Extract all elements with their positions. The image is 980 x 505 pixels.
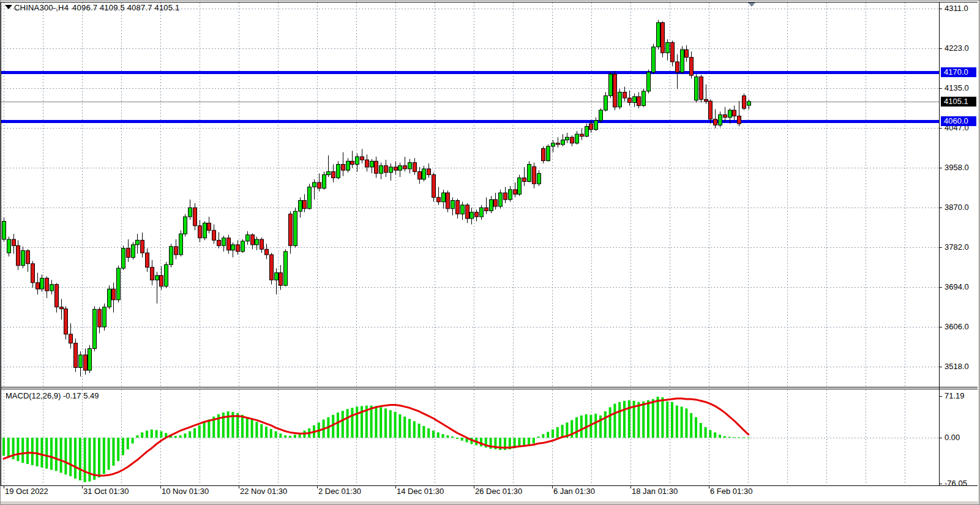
macd-histogram-bar (45, 438, 48, 469)
ohlc-close: 4105.1 (154, 3, 179, 12)
price-tag-support[interactable]: 4060.0 (941, 116, 976, 126)
candle-bull (657, 23, 660, 47)
candle-bull (666, 42, 670, 53)
candle-bull (652, 47, 656, 72)
macd-histogram-bar (198, 425, 201, 438)
macd-histogram-bar (260, 424, 263, 438)
macd-histogram-bar (31, 438, 34, 465)
candle-bear (542, 149, 545, 161)
candle-bear (413, 163, 417, 172)
candle-bull (618, 92, 622, 107)
candle-bear (580, 134, 584, 137)
time-axis-label: 6 Jan 01:30 (553, 487, 595, 496)
macd-histogram-bar (36, 438, 39, 466)
time-axis-label: 6 Feb 01:30 (710, 487, 752, 496)
macd-histogram-bar (580, 416, 583, 438)
candle-bear (55, 285, 59, 307)
candle-bull (337, 165, 340, 178)
candle-bull (528, 165, 531, 182)
candle-bear (714, 119, 717, 125)
macd-histogram-bar (122, 438, 124, 455)
macd-histogram-bar (533, 438, 535, 444)
time-axis-label: 19 Oct 2022 (5, 487, 48, 496)
price-tag-resistance[interactable]: 4170.0 (941, 67, 976, 77)
chart-canvas[interactable] (1, 1, 980, 505)
candle-bull (380, 166, 383, 174)
macd-histogram-bar (289, 436, 291, 438)
macd-histogram-bar (461, 438, 463, 441)
bottom-window-strip (1, 501, 980, 505)
macd-histogram-bar (676, 406, 678, 438)
candle-bull (179, 234, 183, 255)
macd-histogram-bar (117, 438, 119, 461)
candle-bear (74, 343, 78, 368)
candle-bear (160, 275, 163, 286)
candle-bear (570, 137, 574, 143)
symbol-header: CHINA300-,H44096.7 4109.5 4087.7 4105.1 (14, 3, 179, 12)
macd-histogram-bar (523, 438, 525, 446)
candle-bear (466, 205, 469, 219)
time-axis-label: 14 Dec 01:30 (397, 487, 444, 496)
candle-bear (342, 165, 345, 171)
macd-histogram-bar (661, 397, 664, 438)
symbol-dropdown-icon[interactable] (5, 5, 12, 9)
candle-bull (747, 102, 751, 105)
candle-bear (289, 214, 293, 246)
candle-bear (403, 166, 407, 169)
macd-histogram-bar (179, 435, 182, 438)
macd-histogram-bar (93, 438, 95, 480)
macd-histogram-bar (480, 438, 482, 446)
candle-bear (394, 167, 398, 170)
candle-bear (709, 101, 713, 119)
candle-bear (198, 226, 202, 238)
macd-histogram-bar (151, 430, 153, 438)
macd-histogram-bar (255, 422, 258, 438)
candle-bear (685, 50, 689, 58)
macd-histogram-bar (398, 414, 401, 438)
candle-bear (26, 250, 30, 263)
macd-histogram-bar (184, 433, 186, 438)
macd-histogram-bar (141, 432, 143, 438)
candle-bear (418, 171, 422, 179)
macd-histogram-bar (79, 438, 81, 481)
candle-bear (671, 42, 675, 62)
candle-bull (108, 289, 111, 307)
candle-bull (346, 161, 350, 170)
candle-bull (284, 252, 288, 285)
candle-bull (647, 72, 651, 91)
macd-histogram-bar (270, 429, 272, 438)
macd-histogram-bar (657, 397, 659, 438)
candle-bear (365, 160, 369, 167)
macd-histogram-bar (709, 430, 711, 438)
candle-bull (323, 175, 326, 189)
support-resistance-line (1, 120, 939, 123)
candle-bull (246, 235, 250, 241)
candle-bull (594, 121, 598, 130)
macd-histogram-bar (193, 428, 196, 438)
candle-bear (251, 235, 255, 245)
candle-bull (40, 278, 44, 289)
macd-histogram-bar (647, 400, 649, 438)
macd-histogram-bar (284, 435, 286, 438)
macd-histogram-bar (265, 427, 267, 438)
macd-histogram-bar (26, 438, 29, 464)
price-axis-label: 3782.0 (944, 242, 969, 252)
candle-bull (537, 173, 541, 184)
macd-histogram-bar (728, 437, 731, 438)
macd-histogram-bar (155, 430, 158, 438)
candle-bull (642, 91, 646, 106)
candle-bull (509, 190, 512, 200)
candle-bull (695, 77, 698, 100)
candle-bear (361, 157, 364, 160)
macd-histogram-bar (108, 438, 110, 470)
candle-bear (227, 238, 231, 250)
macd-main-value: -0.17 (63, 391, 81, 400)
candle-bull (308, 187, 312, 208)
latest-bar-marker-icon (748, 2, 755, 7)
candle-bear (351, 161, 354, 164)
candle-bear (31, 264, 35, 283)
macd-histogram-bar (64, 438, 67, 474)
candle-bull (222, 238, 226, 246)
macd-histogram-bar (666, 402, 668, 438)
candle-bull (422, 169, 426, 179)
